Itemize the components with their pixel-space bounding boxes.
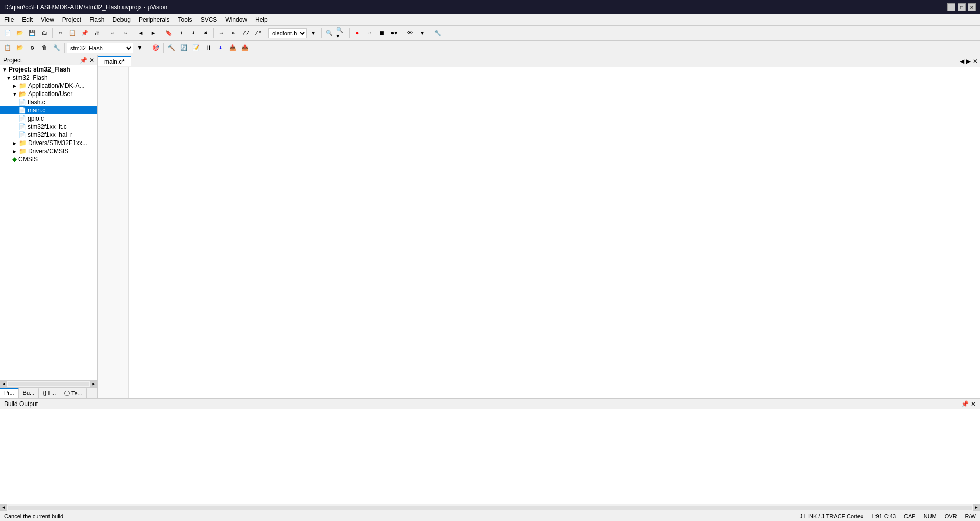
h-scroll-right[interactable]: ▶ (90, 381, 97, 388)
cut-button[interactable]: ✂ (55, 28, 66, 39)
view-button[interactable]: 👁 (404, 28, 415, 39)
build-btn[interactable]: 🔨 (166, 42, 177, 54)
build-scroll-left[interactable]: ◀ (0, 504, 7, 511)
tree-item-6[interactable]: 📄 gpio.c (0, 114, 97, 123)
find-options-button[interactable]: 🔍▼ (336, 28, 347, 39)
build-output-pin[interactable]: 📌 (961, 400, 969, 408)
unindent-button[interactable]: ⇤ (228, 28, 239, 39)
tree-item-0[interactable]: ▼ Project: stm32_Flash (0, 65, 97, 74)
download3-btn[interactable]: 📤 (239, 42, 251, 54)
menu-file[interactable]: File (0, 15, 18, 25)
nav-forward-button[interactable]: ▶ (148, 28, 159, 39)
toolbar2: 📋 📂 ⚙ 🗑 🔧 stm32_Flash ▼ 🎯 🔨 🔄 📝 ⏸ ⬇ 📥 📤 (0, 41, 980, 55)
redo-button[interactable]: ↪ (119, 28, 131, 39)
tree-item-11[interactable]: ◆ CMSIS (0, 155, 97, 163)
tree-item-1[interactable]: ▼ stm32_Flash (0, 74, 97, 82)
tree-item-5[interactable]: 📄 main.c (0, 106, 97, 114)
new-file-button[interactable]: 📄 (2, 28, 13, 39)
tree-item-2[interactable]: ► 📁 Application/MDK-A... (0, 82, 97, 90)
uncomment-button[interactable]: /* (253, 28, 264, 39)
tree-item-3[interactable]: ▼ 📂 Application/User (0, 90, 97, 98)
tab-scroll-left[interactable]: ◀ (960, 58, 964, 65)
debug-circle-button[interactable]: ○ (364, 28, 375, 39)
build-scroll-track[interactable] (8, 506, 972, 510)
tb2-btn1[interactable]: 📋 (2, 42, 13, 54)
sep13 (163, 43, 164, 53)
menu-project[interactable]: Project (58, 15, 85, 25)
save-all-button[interactable]: 🗂 (39, 28, 50, 39)
tab-close[interactable]: ✕ (973, 58, 978, 65)
minimize-button[interactable]: — (947, 3, 955, 11)
title-bar: D:\qian\cc\FLASH\MDK-ARM\stm32_Flash.uvp… (0, 0, 980, 14)
prev-bookmark-button[interactable]: ⬆ (176, 28, 187, 39)
tb2-btn3[interactable]: ⚙ (27, 42, 38, 54)
maximize-button[interactable]: □ (958, 3, 966, 11)
open-file-button[interactable]: 📂 (14, 28, 26, 39)
build-target-dropdown[interactable]: ▼ (134, 42, 145, 54)
build-scroll-right[interactable]: ▶ (973, 504, 980, 511)
build-target-select[interactable]: stm32_Flash (67, 43, 133, 53)
panel-tab-project[interactable]: Pr... (0, 388, 19, 398)
tools-button[interactable]: 🔧 (432, 28, 444, 39)
stop-build-btn[interactable]: ⏸ (203, 42, 214, 54)
dropdown-arrow[interactable]: ▼ (308, 28, 319, 39)
nav-back-button[interactable]: ◀ (135, 28, 146, 39)
menu-help[interactable]: Help (251, 15, 272, 25)
tree-label-6: gpio.c (28, 115, 44, 122)
close-button[interactable]: ✕ (968, 3, 976, 11)
panel-tab-build[interactable]: Bu... (19, 388, 39, 398)
code-content[interactable] (129, 67, 980, 398)
debug-stop-button[interactable]: ⏹ (376, 28, 387, 39)
menu-tools[interactable]: Tools (174, 15, 197, 25)
tb2-btn5[interactable]: 🔧 (51, 42, 62, 54)
panel-tab-func[interactable]: {} F... (39, 388, 60, 398)
h-scroll-left[interactable]: ◀ (0, 381, 7, 388)
build-output-close[interactable]: ✕ (971, 400, 976, 408)
translate-btn[interactable]: 📝 (190, 42, 202, 54)
tree-item-8[interactable]: 📄 stm32f1xx_hal_r (0, 131, 97, 139)
tree-item-7[interactable]: 📄 stm32f1xx_it.c (0, 123, 97, 131)
file-dropdown[interactable]: oledfont.h (268, 28, 307, 38)
indent-button[interactable]: ⇥ (216, 28, 227, 39)
tb2-btn2[interactable]: 📂 (14, 42, 26, 54)
bookmark-button[interactable]: 🔖 (163, 28, 175, 39)
h-scroll-track[interactable] (8, 382, 89, 386)
rebuild-btn[interactable]: 🔄 (178, 42, 189, 54)
download2-btn[interactable]: 📥 (227, 42, 238, 54)
build-output-content[interactable] (0, 409, 980, 504)
pin-icon[interactable]: 📌 (80, 57, 87, 64)
tree-item-9[interactable]: ► 📁 Drivers/STM32F1xx... (0, 139, 97, 147)
undo-button[interactable]: ↩ (107, 28, 118, 39)
close-panel-button[interactable]: ✕ (89, 57, 94, 64)
paste-button[interactable]: 📌 (79, 28, 90, 39)
menu-debug[interactable]: Debug (109, 15, 135, 25)
project-panel: Project 📌 ✕ ▼ Project: stm32_Flash ▼ stm… (0, 55, 98, 398)
panel-tab-templ[interactable]: Ⓣ Te... (60, 388, 87, 398)
tree-item-10[interactable]: ► 📁 Drivers/CMSIS (0, 147, 97, 155)
download-btn[interactable]: ⬇ (215, 42, 226, 54)
menu-peripherals[interactable]: Peripherals (135, 15, 174, 25)
menu-svcs[interactable]: SVCS (197, 15, 222, 25)
menu-flash[interactable]: Flash (85, 15, 108, 25)
debug-options-button[interactable]: ●▼ (388, 28, 400, 39)
tab-scroll-right[interactable]: ▶ (966, 58, 971, 65)
print-button[interactable]: 🖨 (91, 28, 103, 39)
next-bookmark-button[interactable]: ⬇ (188, 28, 199, 39)
save-button[interactable]: 💾 (27, 28, 38, 39)
menu-window[interactable]: Window (221, 15, 251, 25)
clear-bookmark-button[interactable]: ✖ (200, 28, 211, 39)
debug-breakpoint-button[interactable]: ● (352, 28, 363, 39)
sep10 (430, 28, 430, 38)
copy-button[interactable]: 📋 (67, 28, 78, 39)
tb2-btn4[interactable]: 🗑 (39, 42, 50, 54)
tree-label-3: Application/User (28, 90, 72, 98)
menu-edit[interactable]: Edit (18, 15, 37, 25)
tree-item-4[interactable]: 📄 flash.c (0, 98, 97, 106)
editor-tab-mainc[interactable]: main.c* (98, 56, 131, 66)
menu-view[interactable]: View (37, 15, 58, 25)
target-options-button[interactable]: 🎯 (150, 42, 161, 54)
tree-label-5: main.c (28, 107, 45, 114)
comment-button[interactable]: // (240, 28, 252, 39)
find-button[interactable]: 🔍 (324, 28, 335, 39)
view-options-button[interactable]: ▼ (416, 28, 428, 39)
